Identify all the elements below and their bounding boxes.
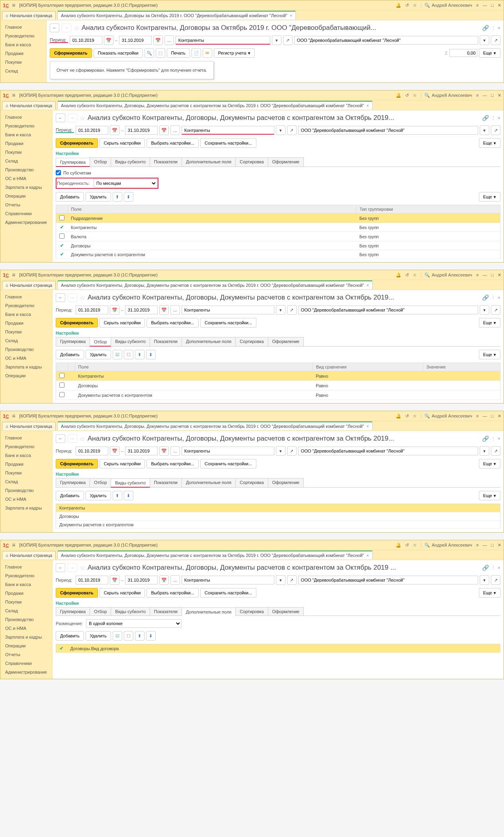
settings-tab[interactable]: Группировка [56,607,90,615]
sidebar-item[interactable]: ОС и НМА [0,354,52,363]
placement-select[interactable]: В одной колонке [86,619,182,628]
date-from-input[interactable] [70,36,102,45]
settings-tab[interactable]: Отбор [90,337,111,347]
settings-tab[interactable]: Показатели [150,607,182,615]
generate-button[interactable]: Сформировать [56,138,98,148]
settings-tab[interactable]: Дополнительные поля [182,157,236,167]
settings-tab[interactable]: Показатели [150,337,182,346]
kebab-icon[interactable]: ⋮ [491,116,496,121]
open-icon[interactable]: ↗ [491,35,500,45]
sidebar-item[interactable]: Банк и касса [0,40,46,49]
settings-tab[interactable]: Виды субконто [111,478,150,488]
settings-tab[interactable]: Сортировка [235,478,268,487]
sidebar-item[interactable]: Администрирование [0,218,52,227]
sidebar-item[interactable]: Продажи [0,460,52,468]
back-button[interactable]: ← [56,114,65,122]
settings-tab[interactable]: Показатели [150,478,182,487]
fav-icon[interactable]: ☆ [74,24,79,32]
sidebar-item[interactable]: Главное [0,292,52,301]
settings-tab[interactable]: Дополнительные поля [182,478,236,487]
bell-icon[interactable]: 🔔 [396,93,401,98]
sidebar-item[interactable]: Главное [0,113,52,122]
star-icon[interactable]: ☆ [413,3,417,8]
sidebar-item[interactable]: Руководителю [0,442,52,451]
sidebar-item[interactable]: Руководителю [0,31,46,40]
date-from-input[interactable] [76,126,108,135]
sidebar-item[interactable]: Справочники [0,209,52,218]
tab-close-icon[interactable]: × [366,103,369,108]
org-input[interactable] [294,36,478,45]
sidebar-item[interactable]: Покупки [0,58,46,67]
register-button[interactable]: Регистр учета ▾ [214,48,255,58]
sidebar-item[interactable]: Покупки [0,468,52,477]
sidebar-item[interactable]: Банк и касса [0,451,52,460]
settings-tab[interactable]: Дополнительные поля [182,337,236,346]
table-cell[interactable]: Подразделение [68,214,356,223]
show-settings-button[interactable]: Показать настройки [94,48,143,58]
settings-tab[interactable]: Оформление [268,607,304,615]
minimize-icon[interactable]: — [483,3,487,8]
settings-tab[interactable]: Виды субконто [111,337,150,346]
home-tab[interactable]: ⌂Начальная страница [2,101,56,110]
save-settings-button[interactable]: Сохранить настройки... [200,138,256,148]
star-icon[interactable]: ☆ [413,93,417,98]
settings-tab[interactable]: Отбор [90,157,111,167]
settings-tab[interactable]: Показатели [150,157,182,167]
sidebar-item[interactable]: Зарплата и кадры [0,183,52,192]
calendar-icon[interactable]: 📅 [153,35,163,45]
sidebar-item[interactable]: Покупки [0,598,52,606]
print-button[interactable]: Печать [167,48,190,58]
table-row[interactable]: Договоры [56,512,500,521]
sidebar-item[interactable]: Склад [0,67,46,75]
sum-value[interactable] [449,49,477,57]
period-picker-button[interactable]: ... [164,35,174,45]
table-cell[interactable]: Договоры [68,241,356,250]
save-button[interactable]: 📄 [191,48,201,58]
tree-button[interactable]: ⬚ [156,48,165,58]
delete-button[interactable]: Удалить [86,192,111,202]
bell-icon[interactable]: 🔔 [396,3,401,8]
subkonto-input[interactable] [176,36,270,45]
settings-tab[interactable]: Группировка [56,478,90,487]
sidebar-item[interactable]: Производство [0,345,52,354]
sidebar-item[interactable]: Операции [0,192,52,200]
dropdown-icon[interactable]: ▾ [480,35,489,45]
settings-tab[interactable]: Отбор [90,478,111,487]
sidebar-item[interactable]: Руководителю [0,571,52,580]
table-cell[interactable]: Контрагенты [68,223,356,232]
sidebar-item[interactable]: Продажи [0,49,46,58]
panel-close-icon[interactable]: × [498,25,500,30]
minimize-icon[interactable]: — [483,93,487,98]
settings-tab[interactable]: Оформление [268,478,304,487]
hide-settings-button[interactable]: Скрыть настройки [100,138,145,148]
menu-icon[interactable]: ≡ [12,2,15,8]
settings-tab[interactable]: Оформление [268,337,304,346]
settings-tab[interactable]: Сортировка [235,607,268,615]
search-button[interactable]: 🔍 [145,48,154,58]
settings-tab[interactable]: Группировка [56,337,90,346]
home-tab[interactable]: ⌂Начальная страница [2,11,56,20]
menu-icon[interactable]: ≡ [12,92,15,98]
sidebar-item[interactable]: Производство [0,165,52,174]
sidebar-item[interactable]: Склад [0,157,52,165]
sidebar-item[interactable]: Банк и касса [0,310,52,319]
back-button[interactable]: ← [50,24,59,32]
settings-tab[interactable]: Дополнительные поля [182,608,236,616]
search-icon[interactable]: 🔍 [424,3,430,8]
settings-tab[interactable]: Сортировка [235,337,268,346]
calendar-icon[interactable]: 📅 [159,125,169,135]
panel-close-icon[interactable]: × [498,116,500,120]
forward-button[interactable]: → [62,24,71,32]
uncheckall-button[interactable]: ☐ [124,350,133,359]
sidebar-item[interactable]: Руководителю [0,301,52,310]
report-tab[interactable]: Анализ субконто Контрагенты, Договоры за… [57,11,296,20]
sidebar-item[interactable]: Покупки [0,148,52,157]
table-cell[interactable]: Валюта [68,232,356,241]
choose-settings-button[interactable]: Выбрать настройки... [147,138,199,148]
sidebar-item[interactable]: Отчеты [0,650,52,659]
subkonto-input[interactable] [182,126,274,135]
checkall-button[interactable]: ☑ [113,350,122,359]
history-icon[interactable]: ↺ [405,3,409,8]
generate-button[interactable]: Сформировать [50,48,92,58]
settings-tab[interactable]: Виды субконто [111,607,150,615]
